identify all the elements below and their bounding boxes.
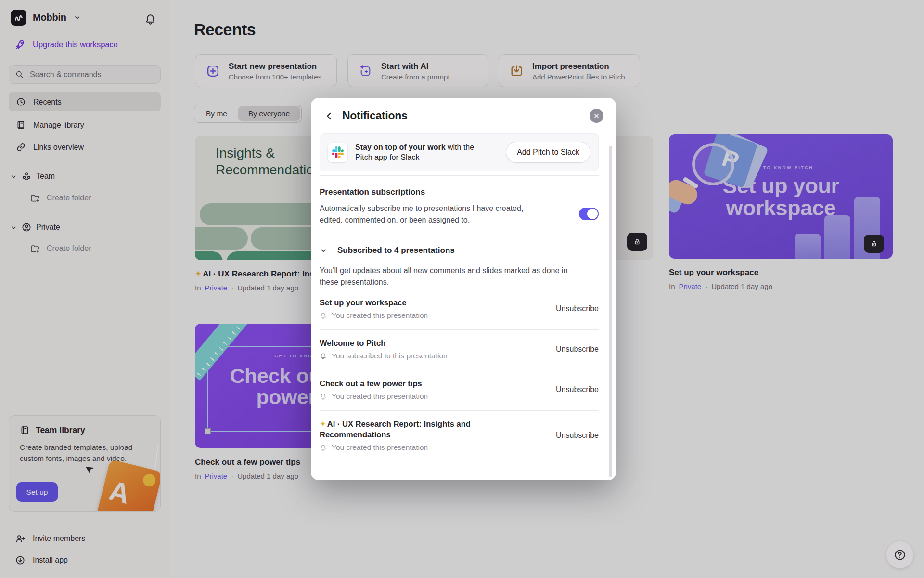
slack-icon: [328, 143, 347, 162]
subscriptions-heading: Presentation subscriptions: [320, 187, 599, 197]
subscription-row: Check out a few power tips You created t…: [320, 370, 599, 411]
subscription-row: ✦AI · UX Research Report: Insights and R…: [320, 411, 599, 461]
subscribed-section-header[interactable]: Subscribed to 4 presentations: [320, 246, 599, 255]
unsubscribe-button[interactable]: Unsubscribe: [556, 431, 599, 440]
modal-title: Notifications: [342, 109, 407, 122]
notifications-modal: Notifications Stay on top of your work w…: [311, 98, 616, 480]
bell-small-icon: [320, 312, 327, 319]
unsubscribe-button[interactable]: Unsubscribe: [556, 385, 599, 394]
bell-small-icon: [320, 393, 327, 400]
back-icon[interactable]: [323, 110, 335, 122]
subscribed-heading: Subscribed to 4 presentations: [337, 246, 455, 255]
subscription-title: Set up your workspace: [320, 297, 428, 308]
modal-scrollbar[interactable]: [609, 146, 612, 477]
sparkle-icon: ✦: [320, 420, 326, 428]
subscriptions-description: Automatically subscribe me to presentati…: [320, 203, 547, 225]
close-icon[interactable]: [590, 109, 603, 123]
subscription-note: You created this presentation: [332, 443, 428, 452]
subscription-title: Check out a few power tips: [320, 378, 428, 389]
chevron-down-icon: [320, 247, 327, 254]
subscription-row: Welcome to Pitch You subscribed to this …: [320, 330, 599, 370]
auto-subscribe-toggle[interactable]: [579, 208, 599, 220]
subscription-list: Set up your workspace You created this p…: [320, 289, 599, 461]
divider: [320, 175, 599, 176]
subscription-row: Set up your workspace You created this p…: [320, 289, 599, 330]
slack-banner-text: Stay on top of your work with the Pitch …: [355, 142, 500, 162]
subscription-note: You created this presentation: [332, 392, 428, 401]
bell-small-icon: [320, 353, 327, 360]
add-pitch-to-slack-button[interactable]: Add Pitch to Slack: [506, 142, 590, 163]
subscription-title: Welcome to Pitch: [320, 338, 448, 348]
unsubscribe-button[interactable]: Unsubscribe: [556, 304, 599, 313]
subscription-title: ✦AI · UX Research Report: Insights and R…: [320, 419, 478, 440]
unsubscribe-button[interactable]: Unsubscribe: [556, 345, 599, 354]
subscription-note: You created this presentation: [332, 311, 428, 320]
bell-small-icon: [320, 444, 327, 451]
subscription-note: You subscribed to this presentation: [332, 352, 448, 360]
subscribed-description: You’ll get updates about all new comment…: [320, 265, 582, 288]
slack-banner: Stay on top of your work with the Pitch …: [320, 133, 599, 171]
